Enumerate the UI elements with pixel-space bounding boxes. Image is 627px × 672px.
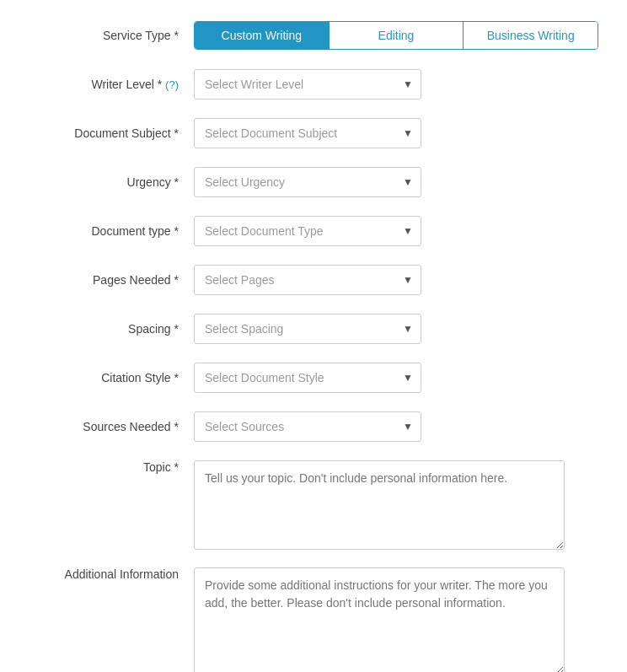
service-type-controls: Custom Writing Editing Business Writing [194,21,619,50]
document-type-select[interactable]: Select Document Type [194,216,421,246]
document-type-label: Document type * [8,224,194,238]
urgency-select[interactable]: Select Urgency [194,167,421,197]
pages-needed-label: Pages Needed * [8,273,194,287]
document-subject-controls: Select Document Subject ▼ [194,118,619,148]
document-type-label-text: Document type * [92,224,180,238]
writer-level-controls: Select Writer Level ▼ [194,69,619,99]
tab-custom-writing[interactable]: Custom Writing [195,22,330,49]
citation-style-select[interactable]: Select Document Style [194,363,421,393]
topic-row: Topic * [8,457,619,552]
service-type-label-text: Service Type * [103,29,179,42]
pages-needed-select[interactable]: Select Pages [194,265,421,295]
urgency-controls: Select Urgency ▼ [194,167,619,197]
topic-label: Topic * [8,460,194,474]
service-type-tabs: Custom Writing Editing Business Writing [194,21,598,50]
document-subject-row: Document Subject * Select Document Subje… [8,115,619,152]
document-subject-select[interactable]: Select Document Subject [194,118,421,148]
pages-needed-select-wrapper: Select Pages ▼ [194,265,421,295]
additional-info-label-text: Additional Information [65,567,179,581]
sources-needed-row: Sources Needed * Select Sources ▼ [8,408,619,445]
citation-style-select-wrapper: Select Document Style ▼ [194,363,421,393]
additional-info-textarea[interactable] [194,567,565,672]
urgency-label: Urgency * [8,175,194,189]
writer-level-select-wrapper: Select Writer Level ▼ [194,69,421,99]
pages-needed-row: Pages Needed * Select Pages ▼ [8,261,619,298]
spacing-select-wrapper: Select Spacing ▼ [194,314,421,344]
spacing-controls: Select Spacing ▼ [194,314,619,344]
sources-needed-label-text: Sources Needed * [83,420,179,433]
additional-info-controls [194,567,619,672]
tab-editing[interactable]: Editing [330,22,464,49]
spacing-row: Spacing * Select Spacing ▼ [8,310,619,347]
sources-needed-select-wrapper: Select Sources ▼ [194,411,421,442]
citation-style-row: Citation Style * Select Document Style ▼ [8,359,619,396]
sources-needed-select[interactable]: Select Sources [194,411,421,442]
pages-needed-label-text: Pages Needed * [93,273,179,287]
writer-level-row: Writer Level * (?) Select Writer Level ▼ [8,66,619,103]
citation-style-label: Citation Style * [8,371,194,384]
document-subject-label-text: Document Subject * [74,126,179,140]
sources-needed-controls: Select Sources ▼ [194,411,619,442]
writer-level-help[interactable]: (?) [165,78,179,91]
spacing-label: Spacing * [8,322,194,336]
spacing-label-text: Spacing * [128,322,179,336]
document-type-row: Document type * Select Document Type ▼ [8,212,619,250]
document-subject-label: Document Subject * [8,126,194,140]
citation-style-label-text: Citation Style * [101,371,179,384]
additional-info-label: Additional Information [8,567,194,581]
sources-needed-label: Sources Needed * [8,420,194,433]
writer-level-select[interactable]: Select Writer Level [194,69,421,99]
document-type-controls: Select Document Type ▼ [194,216,619,246]
urgency-select-wrapper: Select Urgency ▼ [194,167,421,197]
additional-info-row: Additional Information [8,564,619,672]
urgency-row: Urgency * Select Urgency ▼ [8,164,619,201]
service-type-row: Service Type * Custom Writing Editing Bu… [8,17,619,54]
citation-style-controls: Select Document Style ▼ [194,363,619,393]
tab-business-writing[interactable]: Business Writing [464,22,598,49]
topic-textarea[interactable] [194,460,565,550]
service-type-label: Service Type * [8,29,194,42]
document-type-select-wrapper: Select Document Type ▼ [194,216,421,246]
writer-level-label: Writer Level * (?) [8,78,194,91]
topic-controls [194,460,619,552]
pages-needed-controls: Select Pages ▼ [194,265,619,295]
spacing-select[interactable]: Select Spacing [194,314,421,344]
topic-label-text: Topic * [143,460,179,474]
document-subject-select-wrapper: Select Document Subject ▼ [194,118,421,148]
urgency-label-text: Urgency * [127,175,179,189]
